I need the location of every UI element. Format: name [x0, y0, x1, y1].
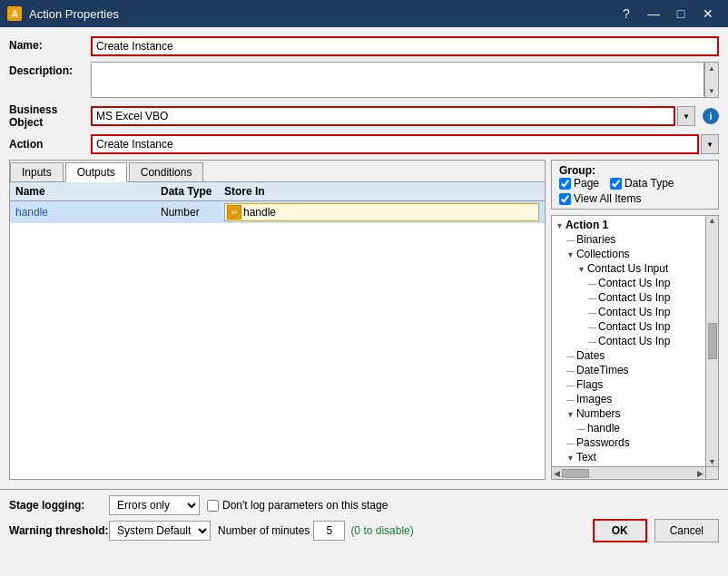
group-section: Group: Page Data Type View All Items	[551, 160, 719, 210]
tree-item[interactable]: —handle	[552, 421, 705, 435]
tree-scroll-thumb[interactable]	[708, 323, 717, 359]
business-object-arrow[interactable]: ▼	[677, 106, 695, 126]
tree-item[interactable]: ▼Text	[552, 450, 705, 464]
tree-item-label: Numbers	[576, 407, 621, 420]
name-label: Name:	[9, 36, 91, 52]
tree-item-label: Dates	[576, 349, 605, 362]
checkbox-page[interactable]: Page	[559, 177, 599, 190]
tab-inputs[interactable]: Inputs	[10, 162, 64, 181]
store-in-field[interactable]: ↩ handle	[224, 203, 539, 221]
tree-item[interactable]: —Binaries	[552, 232, 705, 247]
dont-log-checkbox[interactable]	[207, 500, 219, 512]
description-area: ▲ ▼	[91, 62, 719, 98]
checkbox-page-input[interactable]	[559, 178, 571, 190]
tree-scroll-up[interactable]: ▲	[708, 216, 716, 225]
tree-item[interactable]: ▼Action 1	[552, 218, 705, 232]
tree-item-icon: ▼	[566, 454, 575, 463]
tree-item[interactable]: ▼Numbers	[552, 406, 705, 421]
stage-logging-select[interactable]: Errors onlyAllNone	[109, 495, 200, 515]
tree-item[interactable]: —Dates	[552, 348, 705, 363]
checkbox-viewall-label: View All Items	[574, 192, 641, 205]
checkbox-viewall[interactable]: View All Items	[559, 192, 641, 205]
tree-item[interactable]: —DateTimes	[552, 363, 705, 377]
tree-scroll-down[interactable]: ▼	[708, 457, 716, 466]
tree-item[interactable]: ▼Contact Us Input	[552, 261, 705, 276]
action-buttons: OK Cancel	[593, 519, 719, 542]
checkbox-datatype-input[interactable]	[610, 178, 622, 190]
minutes-input[interactable]	[313, 521, 345, 541]
tree-item[interactable]: —Contact Us Inp	[552, 276, 705, 290]
table-row[interactable]: handle Number ↩ handle	[10, 201, 545, 223]
tree-item[interactable]: —Flags	[552, 377, 705, 392]
tree-item-icon: —	[588, 337, 596, 347]
row-name: handle	[15, 206, 161, 219]
tree-item-label: Contact Us Inp	[598, 277, 670, 289]
tree-item-icon: —	[566, 366, 575, 376]
tab-outputs[interactable]: Outputs	[65, 162, 127, 182]
maximize-button[interactable]: □	[668, 4, 694, 24]
checkbox-row-2: View All Items	[559, 192, 711, 205]
scroll-up-btn[interactable]: ▲	[706, 63, 717, 74]
group-title: Group:	[559, 164, 595, 177]
tree-item[interactable]: —Contact Us Inp	[552, 290, 705, 305]
stage-logging-label: Stage logging:	[9, 499, 109, 512]
store-text: handle	[243, 206, 276, 219]
description-textarea[interactable]	[92, 63, 703, 97]
tree-item[interactable]: —Images	[552, 392, 705, 406]
tree-hscroll-thumb[interactable]	[562, 469, 589, 478]
tree-item[interactable]: —Passwords	[552, 435, 705, 450]
close-button[interactable]: ✕	[695, 4, 721, 24]
business-object-select[interactable]: MS Excel VBO	[91, 106, 675, 126]
tree-scrollbar-corner	[705, 466, 718, 479]
warning-threshold-select[interactable]: System DefaultNone	[109, 521, 211, 541]
tree-item-label: Passwords	[576, 436, 630, 449]
tree-item[interactable]: —Contact Us Inp	[552, 319, 705, 334]
tree-item-label: Collections	[576, 248, 630, 260]
tree-item-icon: ▼	[577, 265, 585, 274]
checkbox-page-label: Page	[574, 177, 599, 190]
col-header-name: Name	[15, 185, 161, 198]
tree-item[interactable]: —Contact Us Inp	[552, 334, 705, 348]
tree-item-label: Contact Us Inp	[598, 306, 670, 318]
minutes-label: Number of minutes	[218, 524, 310, 537]
tree-item-label: Text	[576, 451, 596, 464]
tree-hscroll-right[interactable]: ▶	[695, 469, 705, 478]
checkbox-datatype[interactable]: Data Type	[610, 177, 674, 190]
left-pane: Inputs Outputs Conditions Name Data Type…	[9, 160, 546, 480]
store-icon: ↩	[227, 205, 241, 220]
business-object-label: Business Object	[9, 103, 91, 129]
stage-logging-row: Stage logging: Errors onlyAllNone Don't …	[9, 495, 719, 515]
ok-button[interactable]: OK	[593, 519, 647, 542]
tree-pane: ▼Action 1—Binaries▼Collections▼Contact U…	[551, 215, 719, 480]
tree-item[interactable]: —Contact Us Inp	[552, 305, 705, 319]
tree-item-label: Images	[576, 393, 612, 405]
description-scrollbar[interactable]: ▲ ▼	[704, 62, 719, 98]
hint-text: (0 to disable)	[350, 524, 413, 537]
tree-item[interactable]: ▼Collections	[552, 247, 705, 261]
name-input[interactable]	[91, 36, 719, 56]
col-header-storein: Store In	[224, 185, 539, 198]
info-icon[interactable]: i	[703, 108, 719, 124]
tree-item-label: DateTimes	[576, 364, 629, 376]
help-button[interactable]: ?	[614, 4, 639, 24]
tree-item-icon: —	[588, 294, 596, 303]
tree-scroll-content: ▼Action 1—Binaries▼Collections▼Contact U…	[552, 216, 705, 466]
minimize-button[interactable]: —	[641, 4, 666, 24]
table-header: Name Data Type Store In	[10, 182, 545, 201]
action-arrow[interactable]: ▼	[701, 134, 719, 154]
tree-item-label: Flags	[576, 378, 603, 391]
tree-hscroll[interactable]: ◀ ▶	[552, 466, 705, 479]
tree-scrollbar-v[interactable]: ▲ ▼	[705, 216, 718, 466]
tree-item-label: Contact Us Inp	[598, 320, 670, 333]
checkbox-datatype-label: Data Type	[625, 177, 674, 190]
tab-conditions[interactable]: Conditions	[129, 162, 204, 181]
action-select[interactable]: Create Instance	[91, 134, 699, 154]
checkbox-viewall-input[interactable]	[559, 193, 571, 205]
scroll-down-btn[interactable]: ▼	[706, 85, 717, 97]
cancel-button[interactable]: Cancel	[654, 519, 719, 542]
tree-item-icon: ▼	[556, 221, 564, 230]
svg-text:↩: ↩	[231, 209, 238, 217]
tree-hscroll-left[interactable]: ◀	[552, 469, 562, 478]
dont-log-label[interactable]: Don't log parameters on this stage	[207, 499, 388, 512]
tree-item-icon: —	[566, 236, 575, 245]
